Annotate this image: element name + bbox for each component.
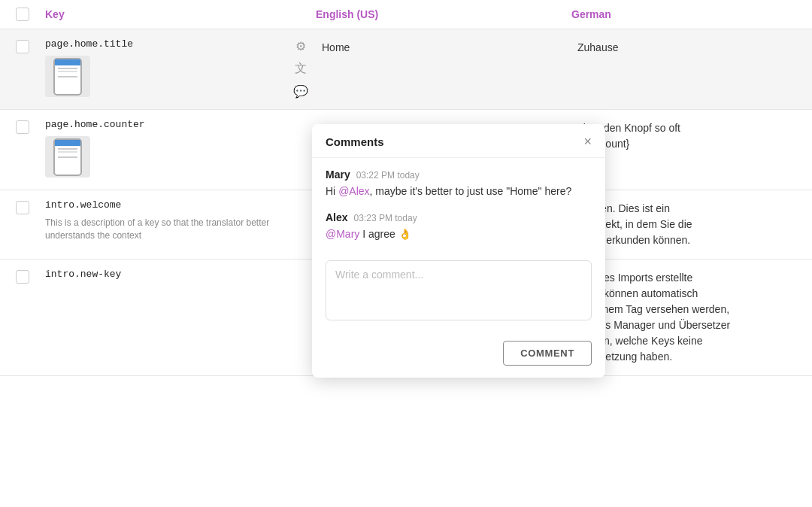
comment-meta: Alex 03:23 PM today [326,211,592,223]
comment-list: Mary 03:22 PM today Hi @Alex, maybe it's… [312,158,605,260]
mention: @Mary [326,228,359,240]
comment-time: 03:23 PM today [354,213,417,223]
comment-author: Mary [326,168,350,181]
comment-author: Alex [326,211,348,223]
comment-input-area [326,260,592,323]
comment-text: Hi @Alex, maybe it's better to just use … [326,184,592,199]
modal-title: Comments [326,135,384,148]
modal-overlay: Comments × Mary 03:22 PM today Hi @Alex,… [0,0,812,376]
mention: @Alex [338,185,369,197]
comment-time: 03:22 PM today [356,170,420,181]
comment-item: Alex 03:23 PM today @Mary I agree 👌 [326,211,592,242]
comment-item: Mary 03:22 PM today Hi @Alex, maybe it's… [326,168,592,199]
comment-textarea[interactable] [326,260,592,320]
comment-modal: Comments × Mary 03:22 PM today Hi @Alex,… [312,124,605,376]
modal-footer: COMMENT [312,333,605,376]
submit-comment-button[interactable]: COMMENT [503,341,592,366]
comment-meta: Mary 03:22 PM today [326,168,592,181]
comment-text: @Mary I agree 👌 [326,226,592,242]
modal-header: Comments × [312,124,605,158]
close-modal-button[interactable]: × [583,135,592,148]
